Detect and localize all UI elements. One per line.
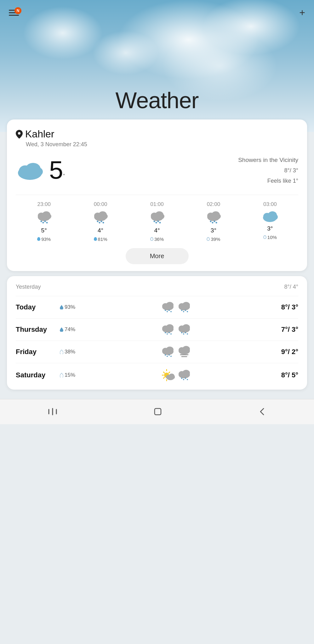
yesterday-row: Yesterday 8°/ 4° (16, 284, 298, 290)
svg-point-78 (182, 346, 190, 352)
svg-point-44 (165, 310, 166, 311)
svg-point-71 (166, 347, 174, 353)
svg-rect-104 (155, 408, 161, 415)
svg-point-53 (185, 310, 186, 311)
svg-point-67 (185, 332, 186, 333)
add-button[interactable]: + (299, 8, 305, 18)
svg-point-36 (215, 222, 217, 223)
daily-row-saturday: Saturday 15% (16, 363, 298, 387)
rain-cloud-icon-1 (93, 210, 108, 225)
svg-point-19 (101, 220, 102, 222)
location-name: Kahler (25, 128, 54, 140)
svg-point-26 (155, 222, 157, 223)
svg-point-0 (18, 132, 20, 135)
svg-point-100 (187, 379, 188, 380)
svg-point-20 (103, 222, 104, 223)
svg-point-4 (31, 167, 43, 176)
svg-point-68 (187, 333, 188, 335)
hour-item-0: 23:00 5° 93% (16, 201, 72, 242)
svg-point-27 (157, 220, 159, 222)
svg-point-43 (166, 302, 174, 308)
svg-point-45 (167, 311, 168, 312)
hour-item-3: 02:00 3° 39% (185, 201, 242, 242)
notification-badge: N (14, 7, 21, 14)
rain-cloud-icon-3 (206, 210, 221, 225)
svg-point-17 (97, 220, 99, 222)
svg-point-40 (271, 214, 278, 220)
svg-line-86 (163, 372, 164, 373)
bottom-navigation (0, 399, 314, 424)
svg-point-59 (167, 333, 168, 335)
rain-cloud-icon-0 (36, 210, 52, 225)
menu-button[interactable]: N (9, 10, 19, 16)
svg-point-99 (185, 378, 186, 379)
yesterday-label: Yesterday (16, 284, 41, 290)
svg-point-74 (168, 354, 170, 356)
hour-item-2: 01:00 4° 36% (129, 201, 185, 242)
svg-point-57 (166, 324, 174, 330)
svg-point-32 (214, 214, 221, 219)
daily-row-today: Today 93% (16, 296, 298, 318)
svg-point-24 (158, 214, 164, 219)
friday-icon2 (177, 346, 191, 358)
svg-point-75 (170, 356, 172, 357)
friday-icon1 (161, 346, 175, 358)
svg-point-98 (183, 379, 184, 380)
daily-row-friday: Friday 38% (16, 341, 298, 363)
svg-point-9 (40, 220, 42, 222)
svg-point-61 (170, 333, 172, 335)
current-temperature: 5° (49, 158, 65, 183)
today-icon2 (177, 301, 191, 313)
svg-point-73 (167, 356, 168, 357)
svg-point-18 (99, 222, 100, 223)
thursday-icon2 (177, 324, 191, 336)
svg-point-72 (165, 354, 166, 356)
saturday-icon1 (161, 368, 175, 382)
today-icon1 (161, 301, 175, 313)
hourly-forecast-row: 23:00 5° 93% 00:00 (16, 195, 298, 242)
nav-back-button[interactable] (252, 404, 273, 419)
svg-point-66 (183, 333, 184, 335)
nav-home-button[interactable] (146, 403, 169, 420)
current-weather-row: 5° Showers in the Vicinity 8°/ 3° Feels … (16, 155, 298, 186)
thursday-icon1 (161, 324, 175, 336)
weather-description: Showers in the Vicinity 8°/ 3° Feels lik… (238, 155, 298, 186)
svg-point-12 (46, 222, 48, 223)
svg-point-96 (182, 370, 190, 376)
svg-point-60 (168, 332, 170, 333)
more-button[interactable]: More (126, 248, 189, 264)
daily-row-thursday: Thursday 74% (16, 318, 298, 341)
current-cloud-icon (16, 160, 44, 180)
svg-point-25 (153, 220, 155, 222)
svg-point-28 (159, 222, 161, 223)
svg-point-54 (187, 311, 188, 312)
location-row: Kahler (16, 128, 298, 140)
svg-point-10 (42, 222, 44, 223)
svg-point-50 (182, 302, 190, 308)
svg-point-8 (45, 214, 51, 219)
daily-forecast-card: Yesterday 8°/ 4° Today 93% (7, 276, 307, 390)
svg-point-52 (183, 311, 184, 312)
svg-point-33 (210, 220, 211, 222)
main-content: Kahler Wed, 3 November 22:45 5° Showers … (0, 119, 314, 399)
svg-point-51 (181, 310, 182, 311)
svg-point-58 (165, 332, 166, 333)
cloud-only-icon-4 (262, 210, 278, 223)
svg-point-64 (182, 324, 190, 330)
saturday-icon2 (177, 369, 191, 381)
svg-point-65 (181, 332, 182, 333)
svg-point-97 (181, 378, 182, 379)
hour-item-4: 03:00 3° 10% (242, 201, 298, 242)
rain-cloud-icon-2 (149, 210, 165, 225)
location-pin-icon (16, 130, 23, 139)
hero-section: N + Weather (0, 0, 314, 132)
current-weather-card: Kahler Wed, 3 November 22:45 5° Showers … (7, 119, 307, 271)
svg-line-88 (169, 372, 170, 373)
svg-point-11 (44, 220, 46, 222)
svg-line-89 (163, 377, 164, 378)
top-bar: N + (0, 0, 314, 25)
svg-point-46 (168, 310, 170, 311)
nav-recent-apps-button[interactable] (41, 404, 64, 419)
app-title: Weather (0, 87, 314, 113)
svg-point-47 (170, 311, 172, 312)
